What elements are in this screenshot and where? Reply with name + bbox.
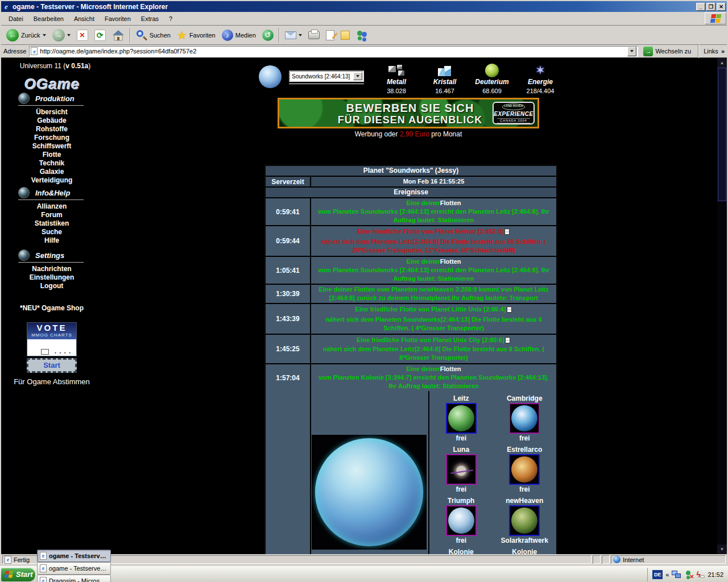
page-scrollbar[interactable]: ▲ ▼ (717, 58, 727, 554)
mail-dropdown-icon[interactable] (299, 34, 302, 36)
sidebar-item-statistiken[interactable]: Statistiken (1, 219, 102, 228)
address-input[interactable]: e http://oagme.de/game/index.php?session… (29, 46, 638, 57)
status-text: Fertig (14, 556, 30, 563)
tray-collapse-icon[interactable]: « (665, 571, 669, 578)
home-button[interactable] (109, 28, 127, 42)
planet-image[interactable] (509, 403, 540, 434)
network-icon[interactable] (672, 571, 681, 579)
planet-image[interactable] (446, 403, 477, 434)
planet-image[interactable] (446, 454, 477, 485)
planet-item: Leitzfrei (446, 394, 477, 442)
sidebar-item-suche[interactable]: Suche (1, 228, 102, 236)
address-dropdown-button[interactable] (627, 47, 636, 56)
energie-icon (533, 64, 548, 77)
sidebar-item-rohstoffe[interactable]: Rohstoffe (1, 125, 102, 134)
favorites-button[interactable]: ★ Favoriten (174, 27, 218, 43)
taskbar-task[interactable]: eogame - Testserver - Mic... (37, 562, 111, 575)
sidebar-item-allianzen[interactable]: Allianzen (1, 202, 102, 211)
ad-banner[interactable]: BEWERBEN SIE SICH FÜR DIESEN AUGENBLICK … (278, 98, 539, 128)
print-button[interactable] (305, 30, 322, 40)
shop-link[interactable]: *NEU* Ogame Shop (1, 304, 102, 312)
back-dropdown-icon[interactable] (43, 34, 46, 36)
sidebar-item-hilfe[interactable]: Hilfe (1, 236, 102, 245)
event-message: Eine friedliche Flotte von Planet Little… (311, 304, 556, 334)
vote-start-button[interactable]: Start (27, 358, 77, 373)
links-chevron-icon[interactable]: » (721, 48, 725, 55)
messenger-button[interactable] (353, 29, 371, 41)
event-text: vom Planeten Soundworks [2:464:13] errei… (314, 207, 553, 225)
sphere-icon (18, 93, 30, 104)
bottom-time-cell (266, 391, 310, 554)
history-button[interactable]: ↺ (259, 28, 276, 42)
scroll-down-icon[interactable]: ▼ (717, 544, 727, 554)
back-icon: ← (6, 29, 19, 41)
event-text: Flotten (440, 199, 461, 207)
title-bar[interactable]: e ogame - Testserver - Microsoft Interne… (1, 1, 727, 12)
links-label[interactable]: Links (704, 48, 718, 55)
edit-button[interactable] (323, 29, 337, 41)
sphere-icon (18, 187, 30, 198)
sidebar-item-nachrichten[interactable]: Nachrichten (1, 265, 102, 273)
report-icon[interactable] (507, 306, 512, 313)
sidebar-item-forum[interactable]: Forum (1, 211, 102, 219)
planet-select-dropdown-icon[interactable] (353, 72, 362, 80)
mail-button[interactable] (282, 30, 305, 40)
sidebar-item-forschung[interactable]: Forschung (1, 134, 102, 142)
planet-image[interactable] (509, 454, 540, 485)
language-indicator[interactable]: DE (652, 570, 663, 579)
menu-item-datei[interactable]: Datei (3, 14, 28, 24)
sidebar-item-logout[interactable]: Logout (1, 282, 102, 290)
forward-button[interactable]: → (49, 28, 73, 43)
sidebar-item-flotte[interactable]: Flotte (1, 151, 102, 159)
menu-bar: DateiBearbeitenAnsichtFavoritenExtras? (1, 12, 727, 26)
refresh-button[interactable]: ⟳ (92, 28, 109, 42)
server-time-value: Mon Feb 16 21:55:25 (311, 177, 556, 186)
planet-select[interactable]: Soundworks [2:464:13] (289, 70, 364, 82)
event-text: nähert sich dem Planeten Leitz[2:464:8] … (314, 238, 553, 255)
menu-item-ansicht[interactable]: Ansicht (69, 14, 100, 24)
messenger-offline-icon[interactable]: ✕ (684, 571, 693, 579)
planet-image[interactable] (446, 505, 477, 536)
windows-logo (705, 13, 726, 24)
sidebar-item-technik[interactable]: Technik (1, 159, 102, 168)
power-icon[interactable]: ϟ (696, 571, 705, 579)
stop-button[interactable]: ✕ (74, 28, 91, 42)
taskbar-task[interactable]: eogame - Testserver - ... (37, 550, 111, 562)
sidebar-item-galaxie[interactable]: Galaxie (1, 168, 102, 176)
section-header-settings: Settings (18, 250, 84, 263)
planet-name: Kolonie (509, 548, 540, 554)
start-button[interactable]: Start (1, 568, 35, 581)
go-button[interactable]: → Wechseln zu (641, 47, 693, 56)
close-button[interactable]: ✕ (717, 3, 726, 11)
sidebar-item-bersicht[interactable]: Übersicht (1, 108, 102, 117)
forward-dropdown-icon[interactable] (67, 34, 71, 36)
back-button[interactable]: ← Zurück (3, 28, 49, 43)
planet-image[interactable] (509, 505, 540, 536)
menu-item-?[interactable]: ? (164, 14, 177, 24)
address-url[interactable]: http://oagme.de/game/index.php?session=6… (40, 48, 196, 55)
sidebar-item-gebude[interactable]: Gebäude (1, 117, 102, 125)
minimize-button[interactable]: _ (696, 3, 705, 11)
windows-flag-icon (710, 14, 721, 23)
report-icon[interactable] (505, 337, 510, 343)
sidebar-item-einstellungen[interactable]: Einstellungen (1, 273, 102, 282)
vote-banner[interactable]: VOTE MMOG CHARTS ▪ ▪ ▪ ▪ Start (27, 322, 77, 373)
planet-status: frei (446, 537, 477, 544)
ogame-logo: OGame (20, 77, 84, 92)
menu-item-extras[interactable]: Extras (136, 14, 164, 24)
sidebar-item-verteidigung[interactable]: Verteidigung (1, 176, 102, 185)
scrollbar-thumb[interactable] (718, 68, 726, 201)
sidebar-item-schiffswerft[interactable]: Schiffswerft (1, 142, 102, 151)
restore-button[interactable]: ❐ (706, 3, 715, 11)
menu-item-bearbeiten[interactable]: Bearbeiten (28, 14, 69, 24)
clock[interactable]: 21:52 (708, 571, 723, 578)
discuss-button[interactable] (338, 30, 353, 41)
report-icon[interactable] (504, 228, 510, 235)
window-title: ogame - Testserver - Microsoft Internet … (13, 3, 168, 11)
universe-label: Universum 11 (v 0.51a) (1, 62, 109, 70)
scroll-up-icon[interactable]: ▲ (717, 58, 727, 68)
menu-item-favoriten[interactable]: Favoriten (100, 14, 136, 24)
media-button[interactable]: ♪ Medien (219, 28, 259, 42)
search-button[interactable]: Suchen (133, 28, 173, 42)
taskbar-task[interactable]: eDragosim - Microsoft Int... (37, 575, 111, 582)
